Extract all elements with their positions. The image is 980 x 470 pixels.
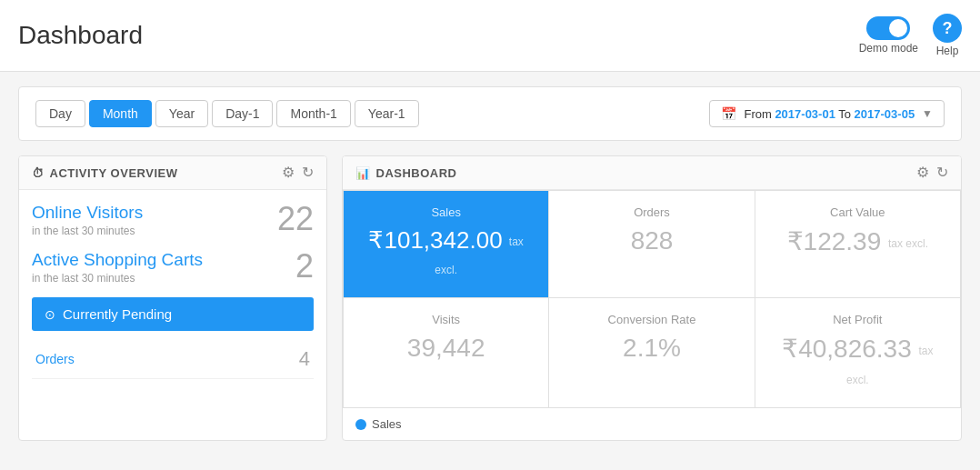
date-from: 2017-03-01: [775, 107, 835, 121]
activity-widget-header: ⏱ ACTIVITY OVERVIEW ⚙ ↻: [19, 156, 326, 190]
pending-items-list: Orders 4: [32, 340, 314, 379]
help-label: Help: [936, 45, 959, 57]
cell-label-net_profit: Net Profit: [774, 313, 942, 326]
page-title: Dashboard: [18, 21, 143, 50]
clock-icon: ⏱: [32, 166, 45, 180]
dashboard-refresh-icon[interactable]: ↻: [936, 165, 948, 180]
cell-value-conversion_rate: 2.1%: [567, 334, 735, 363]
date-filter-bar: DayMonthYearDay-1Month-1Year-1 📅 From 20…: [18, 86, 962, 141]
demo-mode-toggle[interactable]: [866, 16, 910, 40]
cell-label-orders: Orders: [567, 205, 735, 219]
active-carts-value: 2: [295, 250, 314, 283]
dashboard-cell-orders: Orders 828: [549, 191, 755, 298]
currently-pending-bar: ⊙ Currently Pending: [32, 297, 314, 331]
currently-pending-label: Currently Pending: [63, 306, 172, 322]
dashboard-widget-title: 📊 DASHBOARD: [355, 166, 457, 180]
dashboard-widget-actions: ⚙ ↻: [916, 165, 948, 180]
online-visitors-stat: Online Visitors in the last 30 minutes 2…: [32, 203, 314, 237]
period-tab-year-1[interactable]: Year-1: [355, 100, 419, 127]
pending-clock-icon: ⊙: [45, 307, 55, 322]
help-wrap: ? Help: [933, 14, 962, 57]
cell-value-orders: 828: [567, 226, 735, 255]
dashboard-widget: 📊 DASHBOARD ⚙ ↻ Sales ₹101,342.00 tax ex…: [342, 155, 962, 441]
date-range-text: From 2017-03-01 To 2017-03-05: [744, 107, 915, 121]
legend-sales-dot: [355, 419, 366, 430]
top-bar: Dashboard Demo mode ? Help: [0, 0, 980, 72]
demo-mode-label: Demo mode: [859, 42, 918, 55]
cell-value-cart_value: ₹122.39 tax excl.: [774, 226, 942, 256]
pending-item-label[interactable]: Orders: [35, 352, 75, 366]
bar-chart-icon: 📊: [355, 166, 371, 180]
cell-value-visits: 39,442: [362, 334, 530, 363]
dashboard-grid: Sales ₹101,342.00 tax excl. Orders 828 C…: [343, 190, 961, 408]
period-tab-year[interactable]: Year: [155, 100, 208, 127]
period-tab-month-1[interactable]: Month-1: [276, 100, 350, 127]
active-carts-stat: Active Shopping Carts in the last 30 min…: [32, 250, 314, 285]
calendar-icon: 📅: [721, 106, 736, 121]
top-bar-right: Demo mode ? Help: [859, 14, 962, 57]
help-icon[interactable]: ?: [933, 14, 962, 43]
legend-area: Sales: [343, 408, 961, 440]
active-carts-link[interactable]: Active Shopping Carts: [32, 250, 203, 270]
activity-overview-widget: ⏱ ACTIVITY OVERVIEW ⚙ ↻ Online Visitors …: [18, 155, 327, 441]
online-visitors-sub: in the last 30 minutes: [32, 225, 143, 237]
dashboard-cell-conversion_rate: Conversion Rate 2.1%: [549, 298, 755, 408]
tax-note-cart_value: tax excl.: [888, 237, 928, 250]
dashboard-cell-net_profit: Net Profit ₹40,826.33 tax excl.: [755, 298, 961, 408]
settings-icon[interactable]: ⚙: [282, 165, 295, 180]
dashboard-settings-icon[interactable]: ⚙: [916, 165, 929, 180]
online-visitors-value: 22: [277, 203, 314, 235]
pending-item-value: 4: [299, 347, 310, 371]
activity-widget-actions: ⚙ ↻: [282, 165, 314, 180]
active-carts-sub: in the last 30 minutes: [32, 272, 203, 285]
cell-label-visits: Visits: [362, 313, 530, 326]
date-to: 2017-03-05: [855, 107, 915, 121]
legend-sales-label: Sales: [372, 417, 402, 431]
cell-label-sales: Sales: [362, 205, 530, 219]
period-tab-month[interactable]: Month: [89, 100, 152, 127]
dashboard-cell-cart_value: Cart Value ₹122.39 tax excl.: [755, 191, 961, 298]
main-content: DayMonthYearDay-1Month-1Year-1 📅 From 20…: [0, 72, 980, 455]
cell-label-cart_value: Cart Value: [774, 205, 942, 219]
pending-item: Orders 4: [32, 340, 314, 379]
activity-widget-title: ⏱ ACTIVITY OVERVIEW: [32, 166, 177, 180]
widgets-row: ⏱ ACTIVITY OVERVIEW ⚙ ↻ Online Visitors …: [18, 155, 962, 441]
date-range-button[interactable]: 📅 From 2017-03-01 To 2017-03-05 ▼: [709, 100, 945, 127]
cell-value-sales: ₹101,342.00 tax excl.: [362, 226, 530, 283]
cell-label-conversion_rate: Conversion Rate: [567, 313, 735, 326]
period-tab-day-1[interactable]: Day-1: [212, 100, 273, 127]
tax-note-sales: tax excl.: [435, 235, 524, 276]
chevron-down-icon: ▼: [922, 107, 933, 120]
tax-note-net_profit: tax excl.: [846, 345, 934, 386]
dashboard-widget-header: 📊 DASHBOARD ⚙ ↻: [343, 156, 961, 190]
dashboard-cell-visits: Visits 39,442: [344, 298, 549, 408]
activity-widget-body: Online Visitors in the last 30 minutes 2…: [19, 190, 326, 392]
online-visitors-link[interactable]: Online Visitors: [32, 203, 143, 223]
dashboard-cell-sales: Sales ₹101,342.00 tax excl.: [344, 191, 549, 298]
period-tabs: DayMonthYearDay-1Month-1Year-1: [35, 100, 419, 127]
refresh-icon[interactable]: ↻: [302, 165, 314, 180]
demo-mode-wrap: Demo mode: [859, 16, 918, 55]
period-tab-day[interactable]: Day: [35, 100, 85, 127]
cell-value-net_profit: ₹40,826.33 tax excl.: [774, 334, 942, 393]
